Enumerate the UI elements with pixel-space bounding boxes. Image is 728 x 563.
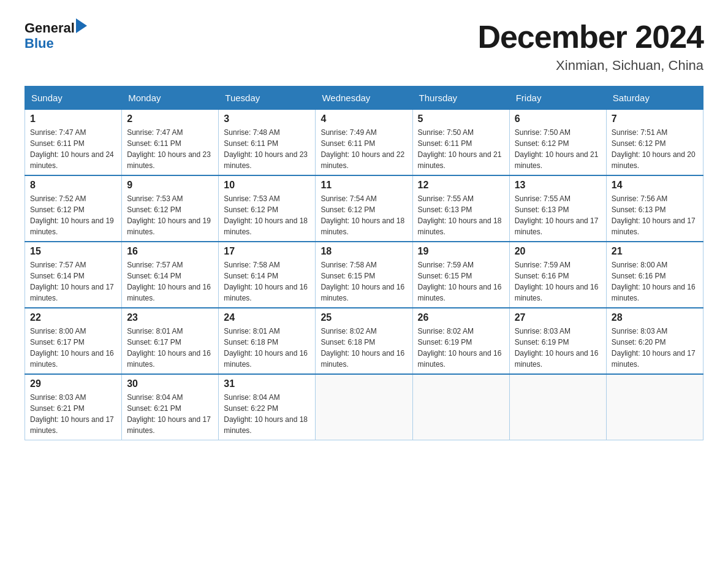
title-block: December 2024 Xinmian, Sichuan, China [477,18,703,74]
day-info: Sunrise: 7:58 AM Sunset: 6:15 PM Dayligh… [320,259,407,304]
day-number: 17 [224,246,310,257]
table-row: 8 Sunrise: 7:52 AM Sunset: 6:12 PM Dayli… [25,175,122,242]
day-info: Sunrise: 7:47 AM Sunset: 6:11 PM Dayligh… [127,127,213,171]
table-row: 26 Sunrise: 8:02 AM Sunset: 6:19 PM Dayl… [412,308,509,374]
day-info: Sunrise: 8:01 AM Sunset: 6:18 PM Dayligh… [224,326,310,370]
table-row: 15 Sunrise: 7:57 AM Sunset: 6:14 PM Dayl… [25,242,122,308]
day-number: 2 [127,113,213,124]
day-info: Sunrise: 7:55 AM Sunset: 6:13 PM Dayligh… [418,193,504,237]
day-number: 28 [612,312,698,323]
table-row: 31 Sunrise: 8:04 AM Sunset: 6:22 PM Dayl… [219,374,316,440]
table-row: 2 Sunrise: 7:47 AM Sunset: 6:11 PM Dayli… [122,110,219,176]
logo-blue: Blue [25,36,54,52]
table-row: 29 Sunrise: 8:03 AM Sunset: 6:21 PM Dayl… [25,374,122,440]
day-info: Sunrise: 7:49 AM Sunset: 6:11 PM Dayligh… [320,127,407,171]
table-row: 10 Sunrise: 7:53 AM Sunset: 6:12 PM Dayl… [219,175,316,242]
day-info: Sunrise: 7:48 AM Sunset: 6:11 PM Dayligh… [224,127,310,171]
col-monday: Monday [122,86,219,110]
table-row: 7 Sunrise: 7:51 AM Sunset: 6:12 PM Dayli… [606,110,703,176]
col-friday: Friday [509,86,606,110]
day-number: 31 [224,378,310,389]
table-row: 24 Sunrise: 8:01 AM Sunset: 6:18 PM Dayl… [219,308,316,374]
calendar-row: 29 Sunrise: 8:03 AM Sunset: 6:21 PM Dayl… [25,374,703,440]
day-info: Sunrise: 8:04 AM Sunset: 6:22 PM Dayligh… [224,392,310,436]
logo: General Blue [25,18,87,52]
table-row: 18 Sunrise: 7:58 AM Sunset: 6:15 PM Dayl… [316,242,412,308]
table-row: 14 Sunrise: 7:56 AM Sunset: 6:13 PM Dayl… [606,175,703,242]
day-info: Sunrise: 8:02 AM Sunset: 6:19 PM Dayligh… [418,326,504,370]
day-info: Sunrise: 7:50 AM Sunset: 6:12 PM Dayligh… [515,127,601,171]
table-row: 20 Sunrise: 7:59 AM Sunset: 6:16 PM Dayl… [509,242,606,308]
day-info: Sunrise: 7:47 AM Sunset: 6:11 PM Dayligh… [30,127,116,171]
day-info: Sunrise: 8:03 AM Sunset: 6:20 PM Dayligh… [612,326,698,370]
day-info: Sunrise: 8:00 AM Sunset: 6:17 PM Dayligh… [30,326,116,370]
page-subtitle: Xinmian, Sichuan, China [477,58,703,74]
col-tuesday: Tuesday [219,86,316,110]
day-number: 30 [127,378,213,389]
table-row [606,374,703,440]
day-number: 21 [612,246,698,257]
day-info: Sunrise: 7:53 AM Sunset: 6:12 PM Dayligh… [127,193,213,237]
day-number: 13 [515,180,601,191]
day-info: Sunrise: 8:04 AM Sunset: 6:21 PM Dayligh… [127,392,213,436]
col-thursday: Thursday [412,86,509,110]
page-title: December 2024 [477,18,703,55]
table-row: 1 Sunrise: 7:47 AM Sunset: 6:11 PM Dayli… [25,110,122,176]
col-sunday: Sunday [25,86,122,110]
calendar-row: 22 Sunrise: 8:00 AM Sunset: 6:17 PM Dayl… [25,308,703,374]
day-number: 14 [612,180,698,191]
day-number: 15 [30,246,116,257]
calendar-table: Sunday Monday Tuesday Wednesday Thursday… [25,86,703,440]
col-wednesday: Wednesday [316,86,412,110]
page-header: General Blue December 2024 Xinmian, Sich… [25,18,703,74]
day-number: 7 [612,113,698,124]
calendar-row: 15 Sunrise: 7:57 AM Sunset: 6:14 PM Dayl… [25,242,703,308]
table-row [509,374,606,440]
day-number: 18 [320,246,407,257]
day-number: 11 [320,180,407,191]
day-info: Sunrise: 7:58 AM Sunset: 6:14 PM Dayligh… [224,259,310,304]
day-number: 8 [30,180,116,191]
table-row: 6 Sunrise: 7:50 AM Sunset: 6:12 PM Dayli… [509,110,606,176]
day-number: 1 [30,113,116,124]
table-row: 13 Sunrise: 7:55 AM Sunset: 6:13 PM Dayl… [509,175,606,242]
table-row: 11 Sunrise: 7:54 AM Sunset: 6:12 PM Dayl… [316,175,412,242]
day-number: 26 [418,312,504,323]
calendar-row: 1 Sunrise: 7:47 AM Sunset: 6:11 PM Dayli… [25,110,703,176]
day-number: 22 [30,312,116,323]
calendar-row: 8 Sunrise: 7:52 AM Sunset: 6:12 PM Dayli… [25,175,703,242]
day-number: 16 [127,246,213,257]
table-row: 3 Sunrise: 7:48 AM Sunset: 6:11 PM Dayli… [219,110,316,176]
table-row: 28 Sunrise: 8:03 AM Sunset: 6:20 PM Dayl… [606,308,703,374]
day-number: 25 [320,312,407,323]
day-number: 4 [320,113,407,124]
day-info: Sunrise: 7:51 AM Sunset: 6:12 PM Dayligh… [612,127,698,171]
day-number: 19 [418,246,504,257]
day-number: 10 [224,180,310,191]
table-row: 9 Sunrise: 7:53 AM Sunset: 6:12 PM Dayli… [122,175,219,242]
day-number: 12 [418,180,504,191]
day-info: Sunrise: 7:59 AM Sunset: 6:16 PM Dayligh… [515,259,601,304]
table-row: 19 Sunrise: 7:59 AM Sunset: 6:15 PM Dayl… [412,242,509,308]
table-row: 16 Sunrise: 7:57 AM Sunset: 6:14 PM Dayl… [122,242,219,308]
day-number: 5 [418,113,504,124]
table-row: 21 Sunrise: 8:00 AM Sunset: 6:16 PM Dayl… [606,242,703,308]
day-info: Sunrise: 7:53 AM Sunset: 6:12 PM Dayligh… [224,193,310,237]
day-number: 3 [224,113,310,124]
table-row: 27 Sunrise: 8:03 AM Sunset: 6:19 PM Dayl… [509,308,606,374]
day-info: Sunrise: 7:57 AM Sunset: 6:14 PM Dayligh… [127,259,213,304]
day-info: Sunrise: 7:56 AM Sunset: 6:13 PM Dayligh… [612,193,698,237]
header-row: Sunday Monday Tuesday Wednesday Thursday… [25,86,703,110]
day-info: Sunrise: 7:50 AM Sunset: 6:11 PM Dayligh… [418,127,504,171]
day-number: 27 [515,312,601,323]
logo-general: General [25,20,75,36]
day-info: Sunrise: 7:55 AM Sunset: 6:13 PM Dayligh… [515,193,601,237]
table-row: 12 Sunrise: 7:55 AM Sunset: 6:13 PM Dayl… [412,175,509,242]
day-number: 29 [30,378,116,389]
day-info: Sunrise: 8:03 AM Sunset: 6:21 PM Dayligh… [30,392,116,436]
table-row: 22 Sunrise: 8:00 AM Sunset: 6:17 PM Dayl… [25,308,122,374]
day-number: 9 [127,180,213,191]
day-number: 23 [127,312,213,323]
day-info: Sunrise: 8:01 AM Sunset: 6:17 PM Dayligh… [127,326,213,370]
table-row: 30 Sunrise: 8:04 AM Sunset: 6:21 PM Dayl… [122,374,219,440]
